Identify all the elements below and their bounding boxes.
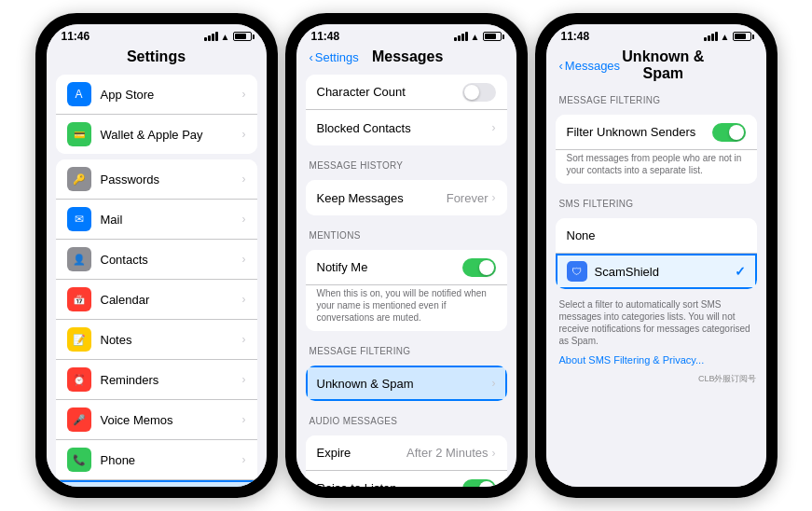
screen-content-3[interactable]: MESSAGE FILTERING Filter Unknown Senders… xyxy=(546,86,766,487)
status-icons-3: ▲ xyxy=(704,32,751,42)
settings-blocked[interactable]: Blocked Contacts › xyxy=(306,110,507,145)
group-2-5: Expire After 2 Minutes › Raise to Listen… xyxy=(306,435,507,487)
settings-char-count[interactable]: Character Count xyxy=(306,75,507,110)
chevron-icon: › xyxy=(492,121,496,134)
battery-fill-3 xyxy=(735,34,746,39)
passwords-icon: 🔑 xyxy=(67,167,91,191)
section-title-mentions: MENTIONS xyxy=(296,221,516,244)
chevron-icon: › xyxy=(242,333,246,346)
chevron-icon: › xyxy=(242,128,246,141)
app-store-label: App Store xyxy=(101,88,242,102)
settings-wallet[interactable]: 💳 Wallet & Apple Pay › xyxy=(56,115,257,154)
contacts-label: Contacts xyxy=(101,253,242,267)
phone-label: Phone xyxy=(101,453,242,467)
page-title-1: Settings xyxy=(60,48,254,65)
notify-me-label: Notify Me xyxy=(317,260,462,274)
settings-notes[interactable]: 📝 Notes › xyxy=(56,320,257,360)
settings-app-store[interactable]: A App Store › xyxy=(56,75,257,115)
settings-voice-memos[interactable]: 🎤 Voice Memos › xyxy=(56,400,257,440)
contacts-icon: 👤 xyxy=(67,247,91,271)
section-title-sms-filtering: SMS FILTERING xyxy=(546,189,766,213)
page-title-2: Messages xyxy=(359,48,457,65)
phone-1: 11:46 ▲ Settings xyxy=(35,13,278,498)
bar4 xyxy=(215,32,218,41)
group-2-3: Notify Me When this is on, you will be n… xyxy=(306,250,507,331)
screen-content-2[interactable]: Character Count Blocked Contacts › MESSA… xyxy=(296,69,516,487)
wifi-icon-1: ▲ xyxy=(221,32,230,42)
settings-contacts[interactable]: 👤 Contacts › xyxy=(56,240,257,280)
mail-icon: ✉ xyxy=(67,207,91,231)
time-1: 11:46 xyxy=(62,30,90,43)
blocked-label: Blocked Contacts xyxy=(317,121,492,135)
sms-filtering-link[interactable]: About SMS Filtering & Privacy... xyxy=(546,349,766,371)
battery-3 xyxy=(733,32,751,41)
section-title-history: MESSAGE HISTORY xyxy=(296,151,516,174)
settings-reminders[interactable]: ⏰ Reminders › xyxy=(56,360,257,400)
settings-keep-messages[interactable]: Keep Messages Forever › xyxy=(306,180,507,215)
raise-listen-toggle[interactable] xyxy=(462,479,496,488)
back-chevron-3: ‹ xyxy=(559,59,563,73)
bar1 xyxy=(704,37,707,41)
group-2-1: Character Count Blocked Contacts › xyxy=(306,75,507,145)
section-title-audio: AUDIO MESSAGES xyxy=(296,407,516,430)
char-count-label: Character Count xyxy=(317,85,462,99)
settings-passwords[interactable]: 🔑 Passwords › xyxy=(56,159,257,200)
toggle-thumb xyxy=(479,260,494,275)
phone-3-screen: 11:48 ▲ ‹ Messages Unknown xyxy=(546,24,766,487)
battery-1 xyxy=(233,32,252,41)
bar2 xyxy=(708,35,710,41)
settings-phone[interactable]: 📞 Phone › xyxy=(56,440,257,480)
settings-raise-listen[interactable]: Raise to Listen xyxy=(306,471,507,487)
section-title-msg-filtering: MESSAGE FILTERING xyxy=(546,86,766,109)
battery-fill-2 xyxy=(485,34,496,39)
group-2-4: Unknown & Spam › xyxy=(306,366,507,401)
notes-icon: 📝 xyxy=(67,327,91,352)
settings-none[interactable]: None xyxy=(556,218,757,254)
signal-1 xyxy=(204,32,218,41)
battery-fill-1 xyxy=(235,34,246,39)
wallet-icon: 💳 xyxy=(67,122,91,146)
voice-memos-label: Voice Memos xyxy=(101,413,242,427)
screen-content-1[interactable]: A App Store › 💳 Wallet & Apple Pay › 🔑 xyxy=(47,69,267,487)
mentions-desc: When this is on, you will be notified wh… xyxy=(306,285,507,331)
back-button-3[interactable]: ‹ Messages xyxy=(559,59,621,73)
settings-expire[interactable]: Expire After 2 Minutes › xyxy=(306,435,507,471)
bar4 xyxy=(715,32,718,41)
keep-messages-label: Keep Messages xyxy=(317,191,447,205)
bar3 xyxy=(711,34,714,41)
char-count-toggle[interactable] xyxy=(462,83,496,102)
filter-unknown-toggle[interactable] xyxy=(712,123,746,142)
back-button-2[interactable]: ‹ Settings xyxy=(310,50,359,64)
settings-notify-me[interactable]: Notify Me xyxy=(306,250,507,285)
toggle-thumb xyxy=(729,125,744,140)
unknown-spam-label: Unknown & Spam xyxy=(317,377,492,391)
chevron-icon: › xyxy=(242,373,246,386)
raise-listen-label: Raise to Listen xyxy=(317,481,462,487)
watermark-text: CLB外服订阅号 xyxy=(698,373,757,385)
chevron-icon: › xyxy=(492,377,496,390)
settings-messages[interactable]: 💬 Messages › xyxy=(56,480,257,487)
settings-mail[interactable]: ✉ Mail › xyxy=(56,200,257,240)
settings-filter-unknown[interactable]: Filter Unknown Senders xyxy=(556,115,757,150)
settings-calendar[interactable]: 📅 Calendar › xyxy=(56,280,257,320)
chevron-icon: › xyxy=(242,413,246,426)
phone-2-screen: 11:48 ▲ ‹ Settings Messages xyxy=(296,24,516,487)
settings-unknown-spam[interactable]: Unknown & Spam › xyxy=(306,366,507,401)
status-bar-3: 11:48 ▲ xyxy=(546,24,766,45)
signal-2 xyxy=(454,32,468,41)
group-1-1: A App Store › 💳 Wallet & Apple Pay › xyxy=(56,75,257,154)
phone-icon: 📞 xyxy=(67,448,91,472)
wifi-icon-3: ▲ xyxy=(721,32,730,42)
expire-label: Expire xyxy=(317,446,407,460)
notify-me-toggle[interactable] xyxy=(462,258,496,277)
nav-bar-3: ‹ Messages Unknown & Spam xyxy=(546,45,766,86)
chevron-icon: › xyxy=(492,191,496,204)
time-2: 11:48 xyxy=(311,30,340,43)
phones-container: 11:46 ▲ Settings xyxy=(26,4,787,507)
reminders-icon: ⏰ xyxy=(67,367,91,392)
settings-scamshield[interactable]: 🛡 ScamShield ✓ xyxy=(556,254,757,289)
status-icons-2: ▲ xyxy=(454,32,502,42)
group-3-1: Filter Unknown Senders Sort messages fro… xyxy=(556,115,757,184)
phone-1-screen: 11:46 ▲ Settings xyxy=(47,24,267,487)
back-label-3: Messages xyxy=(565,59,620,73)
